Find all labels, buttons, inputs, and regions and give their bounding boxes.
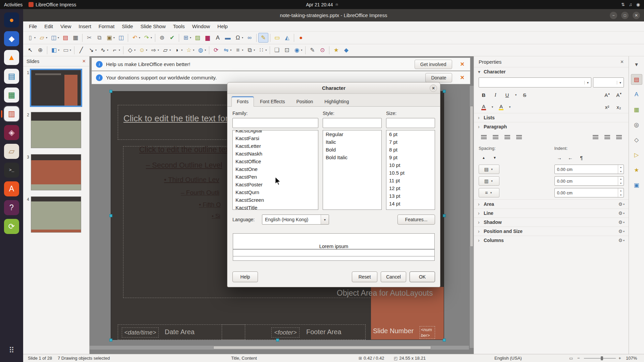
launcher-files-icon[interactable]: ▱ (3, 143, 20, 160)
slide-thumbnail-2[interactable]: 2 (25, 112, 87, 148)
font-family-option[interactable]: KacstTitle (233, 204, 318, 210)
chevron-down-icon[interactable]: ▾ (58, 36, 59, 39)
launcher-app-grid-icon[interactable]: ⠿ (3, 342, 20, 359)
open-file-icon[interactable]: ▱▾ (37, 33, 49, 43)
glue-points-icon[interactable]: ⊙ (317, 45, 327, 55)
selection-handle[interactable] (443, 214, 446, 217)
font-family-option[interactable]: KacstPoster (233, 181, 318, 188)
spin-up-icon[interactable]: ▴ (618, 165, 624, 169)
spelling-icon[interactable]: ✔ (167, 33, 177, 43)
notification-close-icon[interactable]: ✕ (460, 61, 465, 67)
master-slides-deck-icon[interactable]: ▣ (631, 180, 642, 190)
chevron-down-icon[interactable]: ▾ (230, 49, 231, 52)
selection-handle[interactable] (109, 214, 112, 217)
size-input[interactable] (386, 118, 435, 128)
edit-points-icon[interactable]: ✎ (307, 45, 317, 55)
underline-button[interactable]: U (502, 90, 512, 100)
line-spacing-combo[interactable]: ≡▾ (479, 188, 499, 197)
above-spacing-combo[interactable]: ▤▾ (479, 165, 499, 174)
features-button[interactable]: Features... (397, 215, 435, 225)
font-family-option[interactable]: KacstDigital (233, 130, 318, 134)
font-size-option[interactable]: 9 pt (386, 154, 435, 161)
launcher-help-icon[interactable]: ? (3, 199, 20, 216)
callout-shapes-icon[interactable]: ◗▾ (172, 45, 184, 55)
menu-tools[interactable]: Tools (169, 22, 189, 31)
close-icon[interactable]: ✕ (633, 12, 640, 19)
show-draw-functions-icon[interactable]: ✎ (258, 33, 268, 43)
navigator-deck-icon[interactable]: ◎ (631, 119, 642, 130)
section-columns[interactable]: › Columns ⚙▾ (474, 236, 629, 245)
font-color-dropdown-icon[interactable]: ▾ (490, 105, 494, 109)
style-list[interactable]: RegularItalicBoldBold Italic (323, 130, 382, 210)
launcher-libreoffice-impress-icon[interactable]: ▥ (3, 106, 20, 122)
date-field[interactable]: <date/time> (122, 327, 159, 338)
strikethrough-button[interactable]: S (520, 90, 530, 100)
copy-icon[interactable]: ⧉ (94, 33, 104, 43)
redo-icon[interactable]: ↷▾ (142, 33, 153, 43)
insert-hyperlink-icon[interactable]: ∞ (245, 33, 255, 43)
special-character-icon[interactable]: Ω▾ (233, 33, 245, 43)
section-area[interactable]: › Area ⚙▾ (474, 199, 629, 208)
chevron-down-icon[interactable]: ▾ (205, 49, 206, 52)
font-name-combo[interactable]: ▾ (479, 77, 591, 87)
launcher-firefox-icon[interactable]: ● (3, 12, 20, 28)
font-style-option[interactable]: Bold (323, 146, 381, 154)
lines-and-arrows-icon[interactable]: ↘▾ (86, 45, 98, 55)
fill-color-icon[interactable]: ◧▾ (49, 45, 61, 55)
star-shapes-icon[interactable]: ☆▾ (184, 45, 196, 55)
chevron-down-icon[interactable]: ▾ (146, 49, 147, 52)
slide-transition-deck-icon[interactable]: ▷ (631, 149, 642, 160)
spin-down-icon[interactable]: ▾ (618, 181, 624, 185)
font-family-option[interactable]: KacstPen (233, 173, 318, 181)
section-character[interactable]: ▾ Character (474, 67, 629, 76)
distribution-icon[interactable]: ∷▾ (256, 45, 268, 55)
zoom-in-icon[interactable]: + (619, 354, 621, 362)
section-position-and-size[interactable]: › Position and Size ⚙▾ (474, 227, 629, 236)
increase-spacing-button[interactable]: ▲ (479, 153, 489, 162)
get-involved-button[interactable]: Get involved (415, 60, 452, 69)
insert-chart-icon[interactable]: ▆ (203, 33, 213, 43)
dialog-close-icon[interactable]: ✕ (430, 84, 437, 92)
block-arrows-icon[interactable]: ⇨▾ (149, 45, 160, 55)
chevron-down-icon[interactable]: ▾ (242, 49, 243, 52)
section-shadow[interactable]: › Shadow ⚙▾ (474, 218, 629, 227)
font-family-option[interactable]: KacstOffice (233, 158, 318, 165)
spin-down-icon[interactable]: ▾ (618, 193, 624, 197)
print-icon[interactable]: ▦ (70, 33, 80, 43)
dialog-titlebar[interactable]: Character ✕ (227, 82, 440, 94)
chevron-down-icon[interactable]: ▾ (584, 81, 591, 84)
menu-file[interactable]: File (25, 22, 41, 31)
slide-thumbnail-1[interactable]: 1 (25, 70, 87, 106)
launcher-vlc-icon[interactable]: ▲ (3, 49, 20, 66)
align-right-button[interactable] (502, 132, 512, 142)
arrange-icon[interactable]: ⧉▾ (245, 45, 256, 55)
decrease-spacing-button[interactable]: ▼ (490, 153, 500, 162)
align-top-button[interactable] (590, 132, 600, 142)
selection-handle[interactable] (443, 339, 446, 342)
select-icon[interactable]: ↖ (25, 45, 35, 55)
paste-icon[interactable]: ▣▾ (104, 33, 116, 43)
section-line[interactable]: › Line ⚙▾ (474, 208, 629, 218)
flip-icon[interactable]: ⇋▾ (221, 45, 233, 55)
clone-formatting-icon[interactable]: ◫ (116, 33, 126, 43)
menu-view[interactable]: View (57, 22, 75, 31)
bold-button[interactable]: B (479, 90, 489, 100)
3d-objects-icon[interactable]: ◍▾ (196, 45, 207, 55)
family-input[interactable] (232, 118, 318, 128)
area-settings-icon[interactable]: ⚙ (618, 201, 623, 207)
section-paragraph[interactable]: › Paragraph (474, 122, 629, 131)
zoom-slider-thumb[interactable] (601, 356, 603, 360)
indent-before-field[interactable]: 0.00 cm ▴▾ (554, 165, 624, 174)
notification-close-icon[interactable]: ✕ (460, 74, 465, 81)
reset-button[interactable]: Reset (352, 272, 377, 282)
menu-help[interactable]: Help (214, 22, 231, 31)
chevron-down-icon[interactable]: ▾ (242, 36, 243, 39)
columns-settings-icon[interactable]: ⚙ (618, 238, 623, 243)
line-settings-icon[interactable]: ⚙ (618, 210, 623, 216)
font-size-option[interactable]: 12 pt (386, 184, 435, 192)
font-family-option[interactable]: KacstQurn (233, 188, 318, 196)
chevron-down-icon[interactable]: ▾ (190, 36, 191, 39)
spin-down-icon[interactable]: ▾ (618, 169, 624, 174)
gallery-deck-icon[interactable]: ▦ (631, 104, 642, 115)
indent-after-field[interactable]: 0.00 cm ▴▾ (554, 176, 624, 186)
